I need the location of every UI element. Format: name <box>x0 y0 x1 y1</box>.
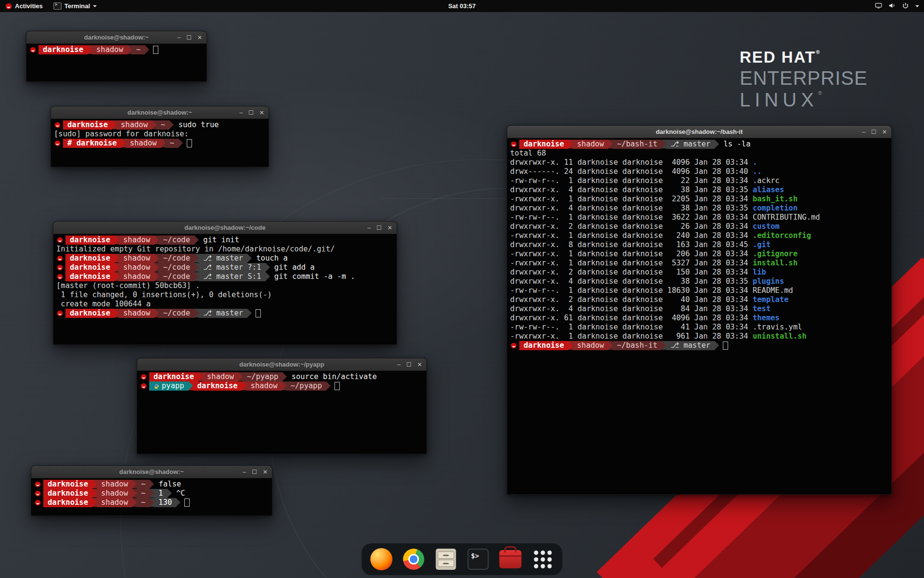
minimize-button[interactable]: – <box>243 469 246 475</box>
system-status-area[interactable] <box>875 0 919 12</box>
maximize-button[interactable]: ☐ <box>871 129 876 135</box>
app-menu-terminal[interactable]: Terminal <box>48 0 102 12</box>
close-button[interactable]: ✕ <box>263 469 268 475</box>
terminal-output: drwxrwxr-x. 61 darknoise darknoise 4096 … <box>510 314 753 323</box>
firefox-icon[interactable] <box>370 547 394 571</box>
terminal-content[interactable]: darknoiseshadow~ sudo true[sudo] passwor… <box>51 119 269 167</box>
terminal-line: create mode 100644 a <box>56 300 394 309</box>
terminal-line: -rwxrwxr-x. 1 darknoise darknoise 2205 J… <box>510 195 888 204</box>
prompt-segment-user: darknoise <box>519 140 568 149</box>
minimize-button[interactable]: – <box>397 362 400 368</box>
terminal-line: drwxrwxr-x. 2 darknoise darknoise 150 Ja… <box>510 268 888 277</box>
powerline-separator <box>128 45 132 54</box>
window-titlebar[interactable]: darknoise@shadow:~/pyapp – ☐ ✕ <box>137 358 426 371</box>
terminal-output: -rwxrwxr-x. 1 darknoise darknoise 5327 J… <box>510 259 753 268</box>
terminal-launcher-icon[interactable] <box>466 547 490 571</box>
terminal-cursor <box>723 342 728 350</box>
terminal-content[interactable]: darknoiseshadow~/code git initInitialize… <box>53 234 397 344</box>
maximize-button[interactable]: ☐ <box>406 362 411 368</box>
powerline-separator <box>568 140 573 148</box>
terminal-output: .gitignore <box>753 250 797 259</box>
prompt-segment-host: shadow <box>92 45 128 54</box>
toolbox-icon[interactable] <box>499 547 523 571</box>
powerline-separator <box>198 372 203 381</box>
terminal-line: drwxrwxr-x. 61 darknoise darknoise 4096 … <box>510 314 888 323</box>
prompt-segment-exit: 1 <box>154 489 167 498</box>
powerline-separator <box>282 381 286 390</box>
window-titlebar[interactable]: darknoise@shadow:~ – ☐ ✕ <box>51 106 269 119</box>
close-button[interactable]: ✕ <box>417 362 422 368</box>
maximize-button[interactable]: ☐ <box>376 225 382 231</box>
prompt-segment-host: shadow <box>119 236 154 245</box>
wallpaper-line <box>380 198 520 199</box>
activities-button[interactable]: Activities <box>0 0 48 12</box>
powerline-separator <box>115 254 119 263</box>
minimize-button[interactable]: – <box>239 110 243 116</box>
window-titlebar[interactable]: darknoise@shadow:~ – ☐ ✕ <box>26 31 206 44</box>
close-button[interactable]: ✕ <box>197 35 202 40</box>
terminal-line: drwxrwxr-x. 4 darknoise darknoise 38 Jan… <box>510 277 888 286</box>
terminal-output: -rw-rw-r--. 1 darknoise darknoise 3622 J… <box>510 213 753 222</box>
redhat-prompt-icon <box>54 120 61 130</box>
prompt-segment-path: ~/code <box>159 263 194 272</box>
powerline-separator <box>112 120 116 129</box>
minimize-button[interactable]: – <box>862 129 865 135</box>
redhat-prompt-icon <box>54 139 61 148</box>
terminal-content[interactable]: darknoiseshadow~ <box>26 44 206 81</box>
terminal-output: drwxrwxr-x. 4 darknoise darknoise 38 Jan… <box>510 185 753 195</box>
redhat-prompt-icon <box>511 341 517 350</box>
close-button[interactable]: ✕ <box>387 225 392 231</box>
prompt-segment-user: darknoise <box>43 498 92 507</box>
prompt-segment-git: ⎇ master <box>666 341 715 350</box>
terminal-cursor <box>256 309 261 317</box>
window-titlebar[interactable]: darknoise@shadow:~/bash-it – ☐ ✕ <box>507 126 891 138</box>
close-button[interactable]: ✕ <box>882 129 887 135</box>
close-button[interactable]: ✕ <box>259 110 264 116</box>
terminal-line: -rwxrwxr-x. 1 darknoise darknoise 240 Ja… <box>510 231 888 240</box>
maximize-button[interactable]: ☐ <box>248 110 254 116</box>
prompt-segment-user: darknoise <box>43 480 92 489</box>
terminal-content[interactable]: darknoiseshadow~/bash-it⎇ master ls -lat… <box>507 138 891 494</box>
command-text: git init <box>199 236 239 245</box>
powerline-separator <box>194 254 199 263</box>
prompt-segment-user: darknoise <box>63 120 112 130</box>
terminal-line: total 68 <box>510 149 888 158</box>
window-titlebar[interactable]: darknoise@shadow:~/code – ☐ ✕ <box>53 222 397 234</box>
app-grid-icon[interactable] <box>531 547 555 571</box>
terminal-output: test <box>753 304 770 314</box>
minimize-button[interactable]: – <box>177 35 180 40</box>
redhat-prompt-icon <box>30 45 36 54</box>
maximize-button[interactable]: ☐ <box>186 35 192 40</box>
minimize-button[interactable]: – <box>367 225 371 231</box>
prompt-segment-host: shadow <box>119 254 154 263</box>
powerline-separator <box>238 372 243 381</box>
terminal-content[interactable]: darknoiseshadow~/pyapp source bin/activa… <box>137 371 426 454</box>
chrome-icon[interactable] <box>402 547 426 571</box>
dock <box>362 543 563 575</box>
window-title: darknoise@shadow:~/pyapp <box>239 361 324 368</box>
clock[interactable]: Sat 03:57 <box>448 2 475 10</box>
powerline-separator <box>167 489 172 498</box>
window-title: darknoise@shadow:~/bash-it <box>656 128 743 135</box>
terminal-output: drwx------. 24 darknoise darknoise 4096 … <box>510 167 753 176</box>
powerline-separator <box>154 236 159 244</box>
prompt-segment-host: shadow <box>573 341 608 350</box>
powerline-separator <box>152 120 156 129</box>
prompt-segment-path: ~/code <box>159 309 194 318</box>
window-titlebar[interactable]: darknoise@shadow:~ – ☐ ✕ <box>31 466 272 478</box>
prompt-segment-user: darknoise <box>65 236 115 245</box>
file-manager-icon[interactable] <box>434 547 458 571</box>
command-text: git add a <box>270 263 315 272</box>
terminal-line: darknoiseshadow~ false <box>34 480 269 489</box>
terminal-content[interactable]: darknoiseshadow~ falsedarknoiseshadow~1 … <box>31 478 272 515</box>
prompt-segment-path: ~ <box>156 120 169 130</box>
prompt-segment-path: ~/code <box>159 236 194 245</box>
prompt-segment-host: shadow <box>119 263 154 272</box>
redhat-prompt-icon <box>511 140 517 149</box>
command-text: touch a <box>252 254 288 263</box>
terminal-output: lib <box>753 268 766 277</box>
terminal-line: darknoiseshadow~/pyapp source bin/activa… <box>140 372 424 381</box>
powerline-separator <box>662 341 666 350</box>
maximize-button[interactable]: ☐ <box>252 469 257 475</box>
volume-icon <box>888 2 896 11</box>
